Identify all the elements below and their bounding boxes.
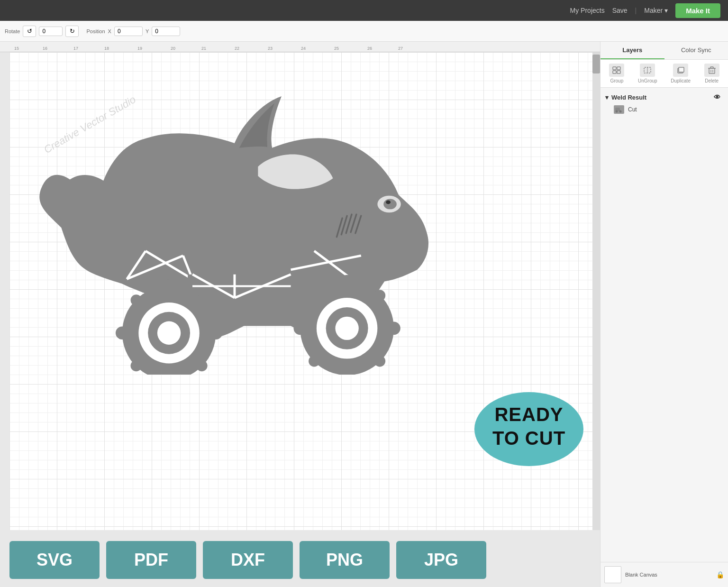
layer-list: ▾ Weld Result 👁 Cut — [601, 88, 728, 562]
toolbar: Rotate ↺ ↻ Position X Y — [0, 21, 728, 42]
svg-point-62 — [619, 110, 622, 113]
svg-point-23 — [209, 326, 223, 339]
ruler-tick: 17 — [73, 46, 78, 51]
svg-point-38 — [309, 290, 320, 301]
main-area: 15 16 17 18 19 20 21 22 23 24 25 26 27 C… — [0, 42, 728, 587]
group-tool[interactable]: Group — [609, 64, 624, 83]
svg-point-39 — [374, 356, 385, 367]
redo-button[interactable]: ↻ — [65, 26, 79, 37]
maker-label: Maker — [644, 7, 663, 14]
layer-item-cut[interactable]: Cut — [602, 103, 726, 116]
expand-chevron-icon: ▾ — [605, 94, 609, 101]
ungroup-label: UnGroup — [638, 78, 657, 83]
delete-label: Delete — [705, 78, 719, 83]
svg-point-28 — [131, 360, 142, 372]
duplicate-tool[interactable]: Duplicate — [671, 64, 691, 83]
shark-monster-truck-svg — [33, 71, 431, 375]
svg-point-27 — [196, 360, 208, 372]
svg-rect-46 — [617, 67, 620, 70]
maker-chevron-icon: ▾ — [664, 7, 668, 14]
svg-rect-60 — [615, 108, 620, 111]
visibility-toggle-icon[interactable]: 👁 — [714, 93, 723, 101]
ruler-tick: 19 — [137, 46, 142, 51]
jpg-format-badge[interactable]: JPG — [396, 541, 486, 579]
duplicate-label: Duplicate — [671, 78, 691, 83]
maker-dropdown[interactable]: Maker ▾ — [644, 7, 668, 14]
ruler-tick: 26 — [367, 46, 372, 51]
svg-point-1 — [383, 199, 397, 210]
layer-group-name: Weld Result — [611, 94, 646, 101]
svg-point-41 — [374, 290, 385, 301]
nav-divider: | — [635, 7, 637, 14]
ruler-tick: 16 — [43, 46, 47, 51]
save-link[interactable]: Save — [612, 7, 628, 14]
layer-item-label: Cut — [628, 106, 637, 113]
ruler-tick: 18 — [104, 46, 109, 51]
svg-point-2 — [386, 201, 391, 204]
top-navigation: My Projects Save | Maker ▾ Make It — [0, 0, 728, 21]
tab-color-sync[interactable]: Color Sync — [664, 42, 728, 59]
duplicate-icon — [673, 64, 688, 77]
canvas-grid: Creative Vector Studio Creative Vector S… — [9, 52, 600, 530]
my-projects-link[interactable]: My Projects — [570, 7, 605, 14]
right-panel: Layers Color Sync Group UnGroup — [600, 42, 728, 587]
ruler-tick: 25 — [334, 46, 339, 51]
svg-point-61 — [616, 110, 618, 113]
delete-icon — [704, 64, 719, 77]
horizontal-ruler: 15 16 17 18 19 20 21 22 23 24 25 26 27 — [0, 42, 600, 52]
layer-item-preview-icon — [614, 105, 624, 114]
ruler-tick: 20 — [171, 46, 175, 51]
rotate-label: Rotate — [5, 28, 20, 34]
svg-point-22 — [116, 326, 129, 339]
tab-layers[interactable]: Layers — [601, 42, 664, 59]
scrollbar-thumb[interactable] — [592, 55, 600, 73]
png-format-badge[interactable]: PNG — [300, 541, 390, 579]
svg-text:READY: READY — [494, 404, 563, 425]
svg-point-33 — [335, 317, 358, 340]
lock-icon[interactable]: 🔒 — [716, 571, 724, 578]
group-label: Group — [610, 78, 623, 83]
ruler-tick: 15 — [14, 46, 19, 51]
vertical-scrollbar[interactable] — [592, 52, 600, 530]
svg-point-26 — [131, 294, 142, 306]
svg-point-40 — [309, 356, 320, 367]
ruler-tick: 22 — [235, 46, 239, 51]
ruler-tick: 21 — [201, 46, 206, 51]
svg-point-36 — [340, 275, 354, 288]
svg-point-35 — [387, 322, 400, 335]
x-label: X — [108, 28, 111, 34]
svg-point-29 — [196, 294, 208, 306]
svg-format-badge[interactable]: SVG — [9, 541, 100, 579]
ruler-tick: 27 — [398, 46, 403, 51]
dxf-format-badge[interactable]: DXF — [203, 541, 293, 579]
panel-toolbar: Group UnGroup Duplicate Delete — [601, 60, 728, 88]
svg-rect-52 — [679, 67, 684, 72]
y-label: Y — [146, 28, 149, 34]
canvas-area[interactable]: 15 16 17 18 19 20 21 22 23 24 25 26 27 C… — [0, 42, 600, 587]
ready-to-cut-badge: READY TO CUT — [472, 390, 586, 468]
pdf-format-badge[interactable]: PDF — [106, 541, 196, 579]
rotate-input[interactable] — [39, 27, 63, 36]
format-bar: SVG PDF DXF PNG JPG — [0, 532, 600, 587]
rotate-group: Rotate ↺ ↻ — [5, 26, 79, 37]
panel-bottom: Blank Canvas 🔒 — [601, 562, 728, 587]
svg-rect-53 — [709, 68, 715, 73]
svg-text:TO CUT: TO CUT — [492, 428, 565, 449]
ruler-tick: 24 — [301, 46, 306, 51]
make-it-button[interactable]: Make It — [675, 3, 720, 18]
svg-point-24 — [163, 280, 176, 293]
position-group: Position X Y — [86, 27, 180, 36]
y-input[interactable] — [152, 27, 180, 36]
undo-button[interactable]: ↺ — [23, 26, 36, 37]
layer-group-header[interactable]: ▾ Weld Result 👁 — [602, 92, 726, 103]
svg-rect-48 — [617, 71, 620, 73]
ungroup-tool[interactable]: UnGroup — [638, 64, 657, 83]
panel-tabs: Layers Color Sync — [601, 42, 728, 60]
delete-tool[interactable]: Delete — [704, 64, 719, 83]
group-icon — [609, 64, 624, 77]
canvas-preview — [604, 566, 621, 583]
blank-canvas-label: Blank Canvas — [625, 572, 657, 578]
svg-rect-47 — [613, 71, 616, 73]
x-input[interactable] — [114, 27, 143, 36]
ungroup-icon — [640, 64, 655, 77]
